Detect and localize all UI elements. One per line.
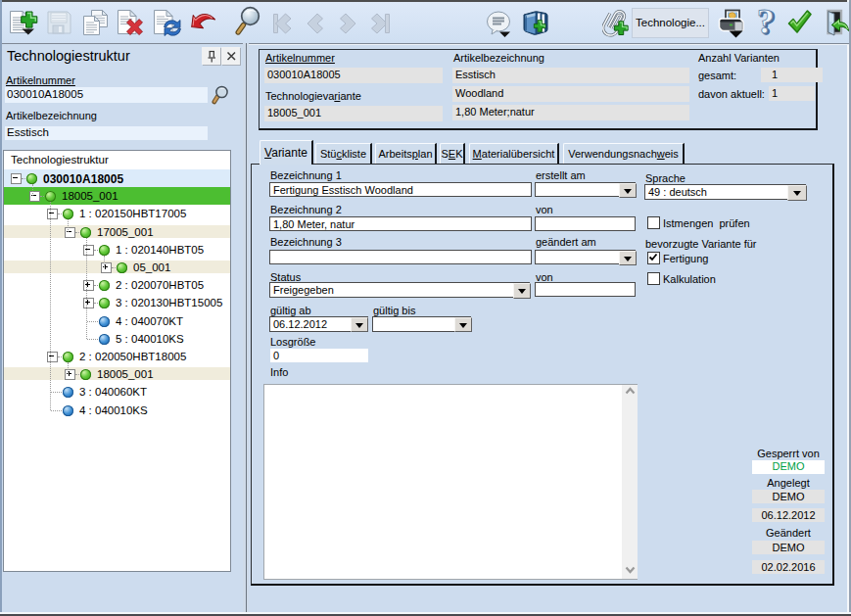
svg-text:?: ? (757, 8, 775, 39)
